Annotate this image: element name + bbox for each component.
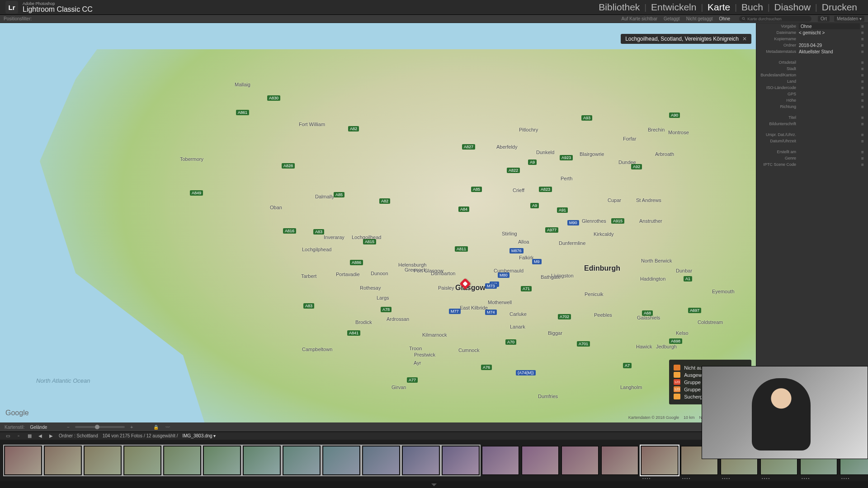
map-city-label: Brodick [355,319,372,325]
module-diashow[interactable]: Diashow [770,2,816,13]
location-chip-close-icon[interactable]: ✕ [742,36,747,42]
lock-icon[interactable]: 🔒 [153,424,159,430]
metadata-menu-icon[interactable]: ≡ [860,92,865,97]
module-karte[interactable]: Karte [703,2,735,13]
metadata-menu-icon[interactable]: ≡ [860,49,865,54]
road-shield: A977 [545,227,558,233]
filmstrip-thumb[interactable] [561,446,599,475]
filmstrip-thumb[interactable] [402,446,439,475]
metadata-menu-icon[interactable]: ≡ [860,79,865,84]
metadata-menu-icon[interactable]: ≡ [860,37,865,42]
map-search-field[interactable] [739,16,811,22]
road-shield: A697 [688,308,701,313]
filmstrip-thumb[interactable] [203,446,241,475]
road-shield: A7 [623,363,632,368]
ocean-label: North Atlantic Ocean [36,377,90,384]
grid-view-icon[interactable]: ▦ [26,433,33,439]
position-filter-opt[interactable]: Nicht getaggt [686,16,713,21]
filmstrip-thumb[interactable] [601,446,638,475]
filmstrip-thumb[interactable] [84,446,121,475]
position-filter-opt[interactable]: Getaggt [664,16,680,21]
map-style-dropdown[interactable]: Gelände [30,425,47,430]
metadata-menu-icon[interactable]: ≡ [860,115,865,120]
map-city-label: Penicuik [585,291,604,297]
road-shield: A70 [505,339,516,345]
module-bibliothek[interactable]: Bibliothek [594,2,644,13]
metadata-menu-icon[interactable]: ≡ [860,66,865,71]
map-city-label: Campbeltown [302,347,332,352]
filmstrip-thumb[interactable] [44,446,81,475]
zoom-out-button[interactable]: − [67,425,70,430]
metadata-menu-icon[interactable]: ≡ [860,104,865,109]
position-filter-opt[interactable]: Ohne [719,16,730,21]
metadata-value[interactable]: 2018-04-29 [799,43,860,48]
metadata-row: Urspr. Dat./Uhrz.≡ [756,131,868,138]
thumb-rating: •••• [722,476,731,480]
app-logo: Lr [5,1,18,14]
map-city-label: Aberfeldy [496,144,517,150]
map-city-label: Perth [561,176,572,181]
filmstrip-thumb[interactable] [164,446,201,475]
zoom-in-button[interactable]: + [130,425,133,430]
bottom-panel-toggle[interactable] [0,481,868,488]
current-filename[interactable]: IMG_3803.dng ▾ [183,433,216,438]
main-area: North Atlantic Ocean EdinburghGlasgowDun… [0,23,868,422]
metadata-menu-icon[interactable]: ≡ [860,150,865,155]
zoom-slider[interactable] [75,426,125,428]
source-path[interactable]: Ordner : Schottland [59,433,98,438]
position-filter-opt[interactable]: Auf Karte sichtbar [622,16,657,21]
tracklog-icon[interactable]: 〰 [165,424,171,430]
thumb-rating: •••• [642,476,651,480]
filmstrip-thumb[interactable] [323,446,360,475]
location-chip-label: Lochgoilhead, Scotland, Vereinigtes Köni… [625,36,739,42]
metadata-value[interactable]: Aktuellster Stand [799,49,860,54]
module-buch[interactable]: Buch [737,2,768,13]
map-city-label: Anstruther [639,218,662,224]
metadata-menu-icon[interactable]: ≡ [860,73,865,78]
road-shield: A701 [577,341,590,347]
map-canvas[interactable]: North Atlantic Ocean EdinburghGlasgowDun… [0,23,756,422]
secondary-window-icon[interactable]: ▫ [15,433,22,439]
metadata-menu-icon[interactable]: ≡ [860,132,865,137]
metadata-menu-icon[interactable]: ≡ [860,85,865,90]
filmstrip-thumb[interactable] [363,446,400,475]
road-shield: M73 [485,283,497,289]
map-city-label: Port Glasgow [414,268,443,273]
preset-menu-icon[interactable]: ≡ [860,24,865,29]
metadata-menu-icon[interactable]: ≡ [860,122,865,127]
filmstrip-thumb[interactable]: •••• [641,446,678,475]
metadata-menu-icon[interactable]: ≡ [860,139,865,144]
filmstrip-thumb[interactable] [522,446,559,475]
filmstrip-thumb[interactable] [5,446,42,475]
preset-dropdown[interactable]: Ohne [799,23,860,29]
legend-swatch: 123 [674,379,680,385]
nav-back-icon[interactable]: ◀ [37,433,43,439]
road-shield: A85 [471,187,482,192]
main-window-icon[interactable]: ▭ [5,433,11,439]
metadata-menu-icon[interactable]: ≡ [860,156,865,161]
metadata-menu-icon[interactable]: ≡ [860,60,865,65]
metadata-menu-icon[interactable]: ≡ [860,162,865,167]
app-identity: Lr Adobe Photoshop Lightroom Classic CC [0,1,93,14]
map-city-label: East Kilbride [460,305,488,310]
map-city-label: Montrose [668,130,689,135]
module-entwickeln[interactable]: Entwickeln [646,2,701,13]
filmstrip-thumb[interactable] [243,446,280,475]
metadata-menu-icon[interactable]: ≡ [860,30,865,35]
metadata-menu-icon[interactable]: ≡ [860,43,865,48]
map-city-label: Girvan [392,385,406,390]
module-drucken[interactable]: Drucken [817,2,862,13]
filmstrip-thumb[interactable] [482,446,519,475]
map-search-input[interactable] [747,17,809,21]
ort-dropdown[interactable]: Ort [818,16,830,22]
metadata-value[interactable]: < gemischt > [799,30,860,35]
metadata-label: IPTC Scene Code [759,162,799,167]
filmstrip-thumb[interactable] [283,446,320,475]
road-shield: A85 [334,192,344,197]
nav-forward-icon[interactable]: ▶ [48,433,54,439]
metadaten-dropdown[interactable]: Metadaten ▾ [834,16,864,22]
location-chip[interactable]: Lochgoilhead, Scotland, Vereinigtes Köni… [621,34,751,44]
filmstrip-thumb[interactable] [124,446,161,475]
filmstrip-thumb[interactable] [442,446,479,475]
metadata-menu-icon[interactable]: ≡ [860,98,865,103]
